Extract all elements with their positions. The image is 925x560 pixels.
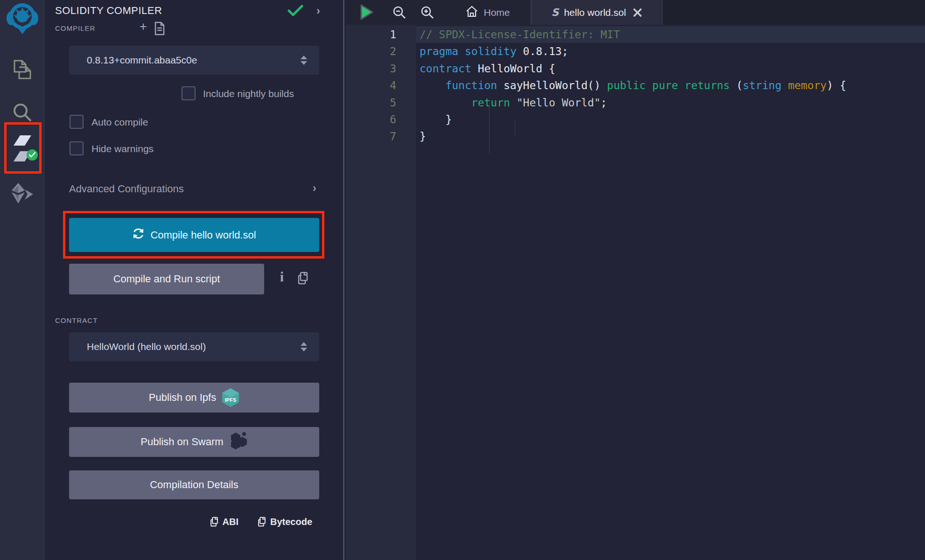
- compilation-details-label: Compilation Details: [150, 479, 238, 491]
- panel-title: SOLIDITY COMPILER: [55, 5, 162, 17]
- compile-and-run-button[interactable]: Compile and Run script: [69, 264, 264, 294]
- include-nightly-label: Include nightly builds: [203, 88, 294, 99]
- code-line[interactable]: pragma solidity 0.8.13;: [416, 43, 925, 60]
- refresh-icon: [132, 227, 145, 243]
- compile-success-check-icon: [287, 5, 303, 19]
- publish-swarm-label: Publish on Swarm: [140, 436, 223, 448]
- code-editor[interactable]: // SPDX-License-Identifier: MITpragma so…: [416, 25, 925, 560]
- code-token-plain: ;: [601, 97, 607, 109]
- solidity-compiler-panel: SOLIDITY COMPILER › COMPILER + 0.8.13+co…: [45, 0, 344, 560]
- code-token-plain: [782, 79, 788, 91]
- tab-hello-world-sol[interactable]: S hello world.sol: [531, 0, 663, 25]
- code-token-plain: (: [730, 79, 743, 91]
- advanced-configurations-toggle[interactable]: Advanced Configurations: [69, 183, 184, 195]
- swarm-icon: [229, 431, 248, 453]
- advanced-configurations-chevron[interactable]: ›: [313, 182, 316, 195]
- solidity-file-icon: S: [552, 7, 559, 18]
- compiled-check-badge: [27, 149, 38, 161]
- compiler-version-select[interactable]: 0.8.13+commit.abaa5c0e: [69, 46, 319, 75]
- contract-select[interactable]: HelloWorld (hello world.sol): [69, 332, 319, 361]
- remix-ide-screen: SOLIDITY COMPILER › COMPILER + 0.8.13+co…: [0, 0, 925, 560]
- svg-text:IPFS: IPFS: [225, 397, 236, 403]
- code-token-kw: pragma: [420, 45, 458, 57]
- home-icon: [465, 5, 478, 20]
- file-explorer-icon[interactable]: [12, 59, 33, 80]
- code-line[interactable]: }: [416, 111, 925, 128]
- zoom-in-icon[interactable]: [420, 6, 434, 21]
- tab-home[interactable]: Home: [445, 0, 531, 25]
- code-token-plain: 0.8.13;: [517, 45, 568, 57]
- indent-guide: [489, 103, 490, 154]
- hide-warnings-label: Hide warnings: [91, 143, 154, 154]
- code-token-str: "Hello World": [517, 97, 601, 109]
- run-script-play-icon[interactable]: [360, 4, 374, 22]
- code-token-plain: [678, 79, 685, 91]
- publish-ipfs-button[interactable]: Publish on Ipfs IPFS: [69, 383, 319, 413]
- code-token-plain: [458, 45, 465, 57]
- compiler-section-label: COMPILER: [55, 24, 95, 32]
- indent-guide: [515, 119, 515, 137]
- compile-button-label: Compile hello world.sol: [150, 229, 256, 241]
- code-token-kw: string: [743, 79, 781, 91]
- compilation-details-button[interactable]: Compilation Details: [69, 470, 319, 499]
- line-number: 4: [346, 77, 396, 94]
- line-number: 5: [346, 94, 396, 111]
- code-token-plain: [420, 79, 445, 91]
- select-arrows-icon: [301, 342, 307, 351]
- code-line[interactable]: function sayHelloWorld() public pure ret…: [416, 77, 925, 94]
- code-token-ctrl: returns: [685, 79, 730, 91]
- panel-collapse-chevron[interactable]: ›: [316, 4, 320, 17]
- publish-swarm-button[interactable]: Publish on Swarm: [69, 427, 319, 457]
- info-icon[interactable]: i: [276, 269, 287, 287]
- compiler-version-value: 0.8.13+commit.abaa5c0e: [87, 55, 197, 66]
- code-token-plain: ) {: [827, 79, 846, 91]
- code-line[interactable]: }: [416, 128, 925, 145]
- copy-run-script-icon[interactable]: [297, 272, 309, 287]
- ipfs-icon: IPFS: [222, 388, 239, 407]
- code-token-ctrl: pure: [652, 79, 678, 91]
- code-lines: // SPDX-License-Identifier: MITpragma so…: [416, 26, 925, 145]
- copy-icon: [210, 516, 219, 527]
- search-icon[interactable]: [12, 102, 33, 123]
- icon-rail: [0, 0, 44, 560]
- hide-warnings-checkbox[interactable]: [70, 141, 84, 155]
- code-token-ctrl: return: [471, 97, 510, 109]
- code-token-plain: sayHelloWorld(): [497, 79, 607, 91]
- remix-logo-icon[interactable]: [7, 2, 38, 35]
- zoom-out-icon[interactable]: [392, 6, 406, 21]
- code-token-plain: [510, 97, 517, 109]
- compiler-doc-icon[interactable]: [154, 21, 165, 37]
- code-line[interactable]: return "Hello World";: [416, 94, 925, 111]
- abi-label: ABI: [223, 517, 238, 527]
- code-token-plain: [646, 79, 652, 91]
- code-line[interactable]: contract HelloWorld {: [416, 60, 925, 77]
- auto-compile-checkbox[interactable]: [70, 115, 84, 129]
- tabbar-empty-space: [663, 0, 925, 25]
- tab-active-label: hello world.sol: [564, 7, 626, 18]
- code-token-kw: contract: [420, 63, 471, 75]
- add-compiler-icon[interactable]: +: [140, 21, 147, 33]
- auto-compile-label: Auto compile: [91, 117, 148, 128]
- deploy-run-icon[interactable]: [11, 183, 34, 205]
- code-token-plain: }: [420, 130, 426, 142]
- compile-and-run-label: Compile and Run script: [113, 273, 220, 285]
- line-number: 2: [346, 43, 396, 60]
- contract-selected-value: HelloWorld (hello world.sol): [87, 341, 206, 352]
- compile-button[interactable]: Compile hello world.sol: [69, 218, 319, 252]
- copy-bytecode-link[interactable]: Bytecode: [257, 516, 312, 527]
- line-number: 7: [346, 128, 396, 145]
- close-tab-icon[interactable]: [633, 8, 642, 17]
- include-nightly-checkbox[interactable]: [182, 86, 196, 100]
- code-token-ctrl: public: [607, 79, 646, 91]
- copy-footer: ABI Bytecode: [210, 516, 312, 527]
- line-number: 6: [346, 111, 396, 128]
- editor-area: Home S hello world.sol 1234567 // SPDX-L…: [346, 0, 925, 560]
- code-token-gold: memory: [788, 79, 827, 91]
- tab-home-label: Home: [484, 7, 510, 18]
- select-arrows-icon: [301, 56, 307, 65]
- code-line[interactable]: // SPDX-License-Identifier: MIT: [416, 26, 925, 43]
- code-token-plain: [420, 97, 471, 109]
- line-number: 3: [346, 60, 396, 77]
- copy-abi-link[interactable]: ABI: [210, 516, 238, 527]
- copy-icon: [257, 516, 266, 527]
